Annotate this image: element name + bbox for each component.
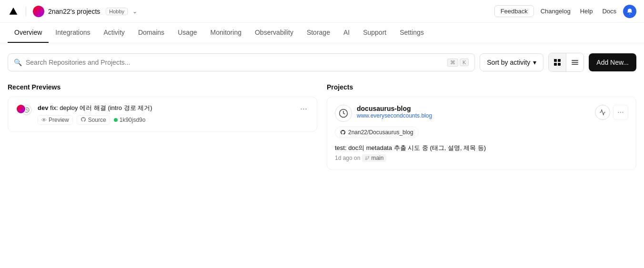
repo-tag[interactable]: 2nan22/Docusaurus_blog xyxy=(335,127,419,138)
branch-name: dev xyxy=(38,104,48,111)
recent-previews-section: Recent Previews dev fix: deploy 에러 해결 (i… xyxy=(8,83,317,170)
commit-info: test: doc의 metadata 추출 시도 중 (태그, 설명, 제목 … xyxy=(335,144,628,152)
preview-avatars xyxy=(16,104,33,115)
svg-rect-1 xyxy=(554,59,557,62)
list-view-button[interactable] xyxy=(566,53,584,71)
svg-point-12 xyxy=(366,159,367,160)
repo-name: 2nan22/Docusaurus_blog xyxy=(348,129,413,136)
top-bar-right: Feedback Changelog Help Docs xyxy=(494,5,636,18)
content-grid: Recent Previews dev fix: deploy 에러 해결 (i… xyxy=(8,83,636,170)
time-ago: 1d ago on xyxy=(335,155,360,161)
avatar xyxy=(33,6,44,17)
project-header: docusaurus-blog www.everysecondcounts.bl… xyxy=(335,105,628,122)
notifications-bell[interactable] xyxy=(623,5,636,18)
projects-title: Projects xyxy=(327,83,636,91)
divider xyxy=(26,7,26,16)
plan-badge: Hobby xyxy=(106,8,128,15)
grid-view-button[interactable] xyxy=(549,53,566,71)
kbd-cmd: ⌘ xyxy=(447,59,458,67)
projects-section: Projects docusaurus-blog www.everysecond… xyxy=(327,83,636,170)
project-url[interactable]: www.everysecondcounts.blog xyxy=(357,112,590,119)
feedback-button[interactable]: Feedback xyxy=(494,5,534,17)
changelog-link[interactable]: Changelog xyxy=(538,6,574,17)
svg-rect-5 xyxy=(572,60,578,61)
commit-hash: 1k90jsd9o xyxy=(120,117,146,123)
svg-marker-0 xyxy=(10,7,18,14)
preview-link-tag[interactable]: 👁 Preview xyxy=(38,115,73,125)
tab-overview[interactable]: Overview xyxy=(8,23,49,43)
project-info: docusaurus-blog www.everysecondcounts.bl… xyxy=(357,105,590,119)
top-bar: 2nan22's projects Hobby ⌄ Feedback Chang… xyxy=(0,0,644,23)
tab-integrations[interactable]: Integrations xyxy=(49,23,97,43)
tab-storage[interactable]: Storage xyxy=(300,23,337,43)
secondary-nav: Overview Integrations Activity Domains U… xyxy=(0,23,644,43)
tab-observability[interactable]: Observability xyxy=(248,23,300,43)
svg-rect-3 xyxy=(554,63,557,66)
branch-ref: main xyxy=(362,154,386,162)
preview-card: dev fix: deploy 에러 해결 (intro 경로 제거) 👁 Pr… xyxy=(8,97,317,132)
branch-name-text: main xyxy=(371,155,383,161)
view-toggle xyxy=(548,53,584,72)
main-content: 🔍 ⌘ K Sort by activity ▾ xyxy=(0,43,644,179)
project-card: docusaurus-blog www.everysecondcounts.bl… xyxy=(327,97,636,170)
chevron-down-icon: ▾ xyxy=(533,59,536,66)
sort-button[interactable]: Sort by activity ▾ xyxy=(480,53,543,71)
svg-rect-4 xyxy=(558,63,561,66)
project-icon xyxy=(335,105,352,122)
tab-settings[interactable]: Settings xyxy=(393,23,431,43)
preview-label: Preview xyxy=(49,117,69,123)
preview-meta: 👁 Preview Source 1k90jsd9o xyxy=(38,115,293,125)
svg-rect-7 xyxy=(572,64,578,65)
commit-meta: 1d ago on main xyxy=(335,154,628,162)
tab-ai[interactable]: AI xyxy=(337,23,356,43)
svg-rect-6 xyxy=(572,62,578,63)
tab-monitoring[interactable]: Monitoring xyxy=(204,23,248,43)
toolbar: 🔍 ⌘ K Sort by activity ▾ xyxy=(8,53,636,72)
sort-label: Sort by activity xyxy=(487,59,530,66)
tab-usage[interactable]: Usage xyxy=(171,23,203,43)
more-options-button[interactable]: ··· xyxy=(298,104,309,114)
help-link[interactable]: Help xyxy=(577,6,596,17)
source-label: Source xyxy=(88,117,106,123)
project-more-button[interactable]: ··· xyxy=(613,105,628,120)
source-tag[interactable]: Source xyxy=(77,115,110,125)
project-name: 2nan22's projects xyxy=(48,8,100,15)
tab-activity[interactable]: Activity xyxy=(97,23,131,43)
kbd-k: K xyxy=(460,59,469,66)
recent-previews-title: Recent Previews xyxy=(8,83,317,91)
svg-rect-2 xyxy=(558,59,561,62)
search-input[interactable] xyxy=(26,59,443,66)
activity-button[interactable] xyxy=(595,105,610,120)
kbd-shortcut: ⌘ K xyxy=(447,59,469,67)
search-box: 🔍 ⌘ K xyxy=(8,53,475,71)
tab-domains[interactable]: Domains xyxy=(131,23,171,43)
user-avatar xyxy=(16,104,26,114)
commit-message: fix: deploy 에러 해결 (intro 경로 제거) xyxy=(50,104,152,111)
svg-point-11 xyxy=(368,156,370,158)
logo[interactable] xyxy=(8,6,19,17)
preview-title: dev fix: deploy 에러 해결 (intro 경로 제거) xyxy=(38,104,293,112)
project-name-text: docusaurus-blog xyxy=(357,105,590,112)
search-icon: 🔍 xyxy=(14,59,22,66)
add-new-button[interactable]: Add New... xyxy=(589,53,636,71)
preview-info: dev fix: deploy 에러 해결 (intro 경로 제거) 👁 Pr… xyxy=(38,104,293,125)
chevron-down-icon[interactable]: ⌄ xyxy=(132,8,137,15)
tab-support[interactable]: Support xyxy=(356,23,393,43)
eye-icon: 👁 xyxy=(41,117,47,123)
project-actions: ··· xyxy=(595,105,628,120)
docs-link[interactable]: Docs xyxy=(599,6,619,17)
github-icon xyxy=(80,117,86,123)
status-dot xyxy=(114,118,118,122)
commit-badge: 1k90jsd9o xyxy=(114,117,146,123)
